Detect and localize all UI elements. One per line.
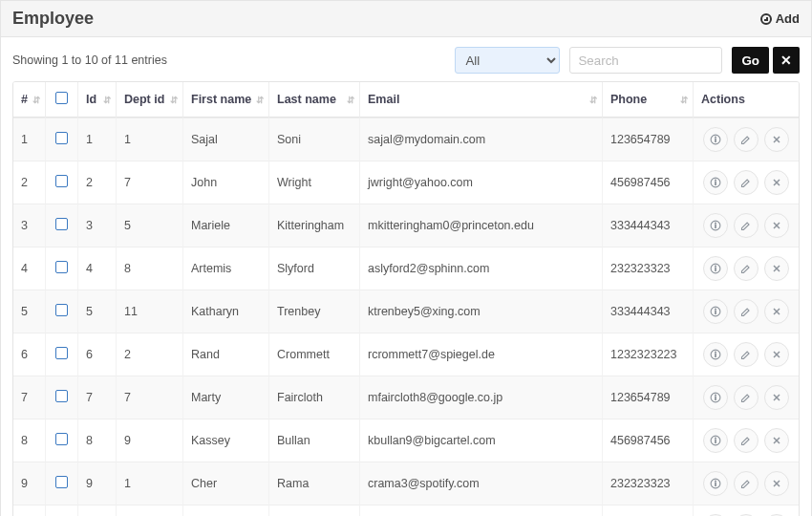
table-row: 448ArtemisSlyfordaslyford2@sphinn.com232…	[13, 247, 799, 290]
info-icon[interactable]	[703, 428, 728, 453]
edit-icon[interactable]	[734, 428, 759, 453]
cell-rownum: 3	[13, 204, 46, 247]
cell-actions	[694, 290, 799, 333]
delete-icon[interactable]	[764, 471, 789, 496]
cell-id: 9	[78, 462, 117, 505]
info-icon[interactable]	[703, 170, 728, 195]
table-row: 10106OtisVanyarkinovanyarkin0@tripadviso…	[13, 505, 799, 516]
cell-id: 7	[78, 376, 117, 419]
delete-icon[interactable]	[764, 428, 789, 453]
info-icon[interactable]	[703, 471, 728, 496]
col-first-name[interactable]: First name	[183, 82, 269, 118]
col-dept-id[interactable]: Dept id	[117, 82, 183, 118]
cell-email: rcrommett7@spiegel.de	[360, 333, 603, 376]
cell-rownum: 5	[13, 290, 46, 333]
cell-checkbox	[46, 462, 78, 505]
cell-first: Sajal	[183, 118, 269, 161]
table-row: 111SajalSonisajal@mydomain.com123654789	[13, 118, 799, 161]
cell-phone: 333444343	[603, 204, 694, 247]
edit-icon[interactable]	[734, 213, 759, 238]
info-icon[interactable]	[703, 256, 728, 281]
plus-circle-icon	[760, 13, 772, 25]
clear-button[interactable]: ✕	[773, 47, 800, 74]
col-rownum[interactable]: #	[13, 82, 46, 118]
delete-icon[interactable]	[764, 299, 789, 324]
select-all-checkbox[interactable]	[55, 92, 68, 104]
delete-icon[interactable]	[764, 342, 789, 367]
delete-icon[interactable]	[764, 127, 789, 152]
info-icon[interactable]	[703, 127, 728, 152]
svg-rect-16	[715, 268, 716, 270]
row-checkbox[interactable]	[55, 304, 68, 316]
panel-body: Showing 1 to 10 of 11 entries All Go ✕ #…	[1, 37, 811, 516]
cell-phone: 123654789	[603, 376, 694, 419]
cell-dept: 11	[117, 290, 183, 333]
info-icon[interactable]	[703, 385, 728, 410]
row-checkbox[interactable]	[55, 218, 68, 230]
cell-id: 5	[78, 290, 117, 333]
edit-icon[interactable]	[734, 256, 759, 281]
edit-icon[interactable]	[734, 170, 759, 195]
row-checkbox[interactable]	[55, 476, 68, 488]
col-phone[interactable]: Phone	[603, 82, 694, 118]
cell-checkbox	[46, 247, 78, 290]
cell-rownum: 6	[13, 333, 46, 376]
row-checkbox[interactable]	[55, 390, 68, 402]
cell-actions	[694, 204, 799, 247]
employee-table: # Id Dept id First name Last name Email …	[12, 81, 800, 516]
cell-phone: 123654789	[603, 118, 694, 161]
cell-rownum: 1	[13, 118, 46, 161]
cell-rownum: 8	[13, 419, 46, 462]
delete-icon[interactable]	[764, 213, 789, 238]
svg-rect-41	[715, 483, 716, 485]
cell-phone: 333444343	[603, 290, 694, 333]
row-checkbox[interactable]	[55, 261, 68, 273]
edit-icon[interactable]	[734, 342, 759, 367]
go-button[interactable]: Go	[732, 47, 769, 74]
cell-first: Katharyn	[183, 290, 269, 333]
edit-icon[interactable]	[734, 127, 759, 152]
cell-dept: 5	[117, 204, 183, 247]
table-row: 335MarieleKitteringhammkitteringham0@pri…	[13, 204, 799, 247]
cell-dept: 6	[117, 505, 183, 516]
cell-actions	[694, 462, 799, 505]
cell-id: 1	[78, 118, 117, 161]
delete-icon[interactable]	[764, 385, 789, 410]
info-icon[interactable]	[703, 342, 728, 367]
entries-info: Showing 1 to 10 of 11 entries	[12, 54, 167, 67]
col-email[interactable]: Email	[360, 82, 603, 118]
cell-phone: 456987456	[603, 419, 694, 462]
delete-icon[interactable]	[764, 170, 789, 195]
cell-checkbox	[46, 376, 78, 419]
svg-rect-22	[715, 309, 716, 310]
info-icon[interactable]	[703, 299, 728, 324]
cell-email: sajal@mydomain.com	[360, 118, 603, 161]
row-checkbox[interactable]	[55, 132, 68, 144]
delete-icon[interactable]	[764, 256, 789, 281]
svg-rect-7	[715, 180, 716, 181]
cell-email: mfaircloth8@google.co.jp	[360, 376, 603, 419]
row-checkbox[interactable]	[55, 175, 68, 187]
cell-first: Rand	[183, 333, 269, 376]
cell-last: Faircloth	[269, 376, 360, 419]
row-checkbox[interactable]	[55, 347, 68, 359]
cell-last: Slyford	[269, 247, 360, 290]
search-controls: All Go ✕	[455, 47, 800, 74]
edit-icon[interactable]	[734, 471, 759, 496]
col-select-all	[46, 82, 78, 118]
toolbar: Showing 1 to 10 of 11 entries All Go ✕	[12, 47, 800, 74]
search-input[interactable]	[569, 47, 722, 74]
info-icon[interactable]	[703, 213, 728, 238]
edit-icon[interactable]	[734, 385, 759, 410]
cell-dept: 7	[117, 161, 183, 204]
row-checkbox[interactable]	[55, 433, 68, 445]
svg-rect-2	[715, 137, 716, 138]
add-button[interactable]: Add	[760, 11, 800, 26]
col-last-name[interactable]: Last name	[269, 82, 360, 118]
filter-select[interactable]: All	[455, 47, 560, 74]
cell-email: ktrenbey5@xing.com	[360, 290, 603, 333]
table-row: 889KasseyBullankbullan9@bigcartel.com456…	[13, 419, 799, 462]
svg-rect-21	[715, 311, 716, 313]
col-id[interactable]: Id	[78, 82, 117, 118]
edit-icon[interactable]	[734, 299, 759, 324]
